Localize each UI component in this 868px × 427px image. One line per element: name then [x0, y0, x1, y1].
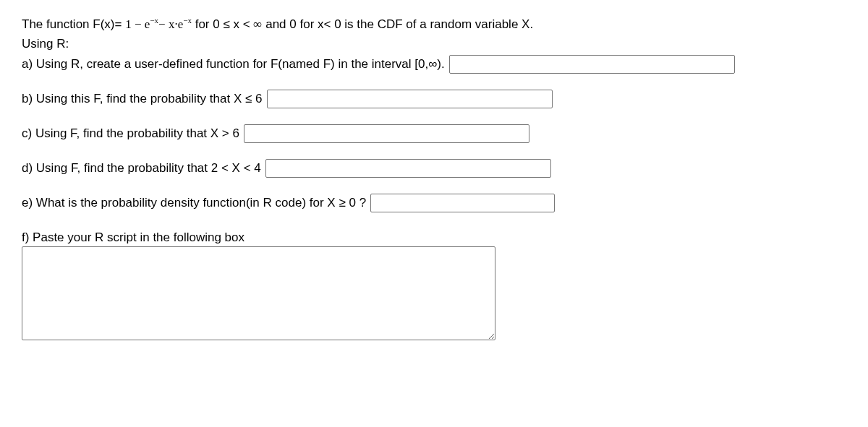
- part-a: a) Using R, create a user-defined functi…: [22, 55, 846, 74]
- part-f-label: f) Paste your R script in the following …: [22, 228, 846, 247]
- formula-sup2: −x: [183, 16, 192, 25]
- part-b-label: b) Using this F, find the probability th…: [22, 90, 263, 108]
- answer-input-e[interactable]: [370, 194, 555, 212]
- answer-input-a[interactable]: [449, 55, 735, 74]
- part-e-label: e) What is the probability density funct…: [22, 194, 366, 212]
- part-d: d) Using F, find the probability that 2 …: [22, 159, 846, 178]
- answer-input-c[interactable]: [244, 124, 529, 143]
- cond1: for 0 ≤ x <: [192, 17, 253, 31]
- part-b: b) Using this F, find the probability th…: [22, 90, 846, 108]
- intro-text-prefix: The function F(x)=: [22, 17, 125, 31]
- question-intro: The function F(x)= 1 − e−x− x·e−x for 0 …: [22, 14, 846, 33]
- answer-input-b[interactable]: [267, 90, 553, 108]
- cond2: and 0 for x< 0 is the CDF of a random va…: [262, 17, 533, 31]
- part-c-label: c) Using F, find the probability that X …: [22, 124, 239, 143]
- infinity-symbol: ∞: [253, 17, 262, 31]
- formula-mid: − x·e: [158, 17, 183, 31]
- formula-part1: 1 − e: [125, 17, 150, 31]
- answer-input-d[interactable]: [265, 159, 551, 178]
- part-e: e) What is the probability density funct…: [22, 194, 846, 212]
- part-d-label: d) Using F, find the probability that 2 …: [22, 159, 261, 178]
- answer-textarea-f[interactable]: [22, 246, 495, 340]
- part-f: f) Paste your R script in the following …: [22, 228, 846, 341]
- using-r-line: Using R:: [22, 35, 846, 53]
- formula-sup1: −x: [150, 16, 158, 25]
- part-a-label: a) Using R, create a user-defined functi…: [22, 55, 445, 74]
- part-c: c) Using F, find the probability that X …: [22, 124, 846, 143]
